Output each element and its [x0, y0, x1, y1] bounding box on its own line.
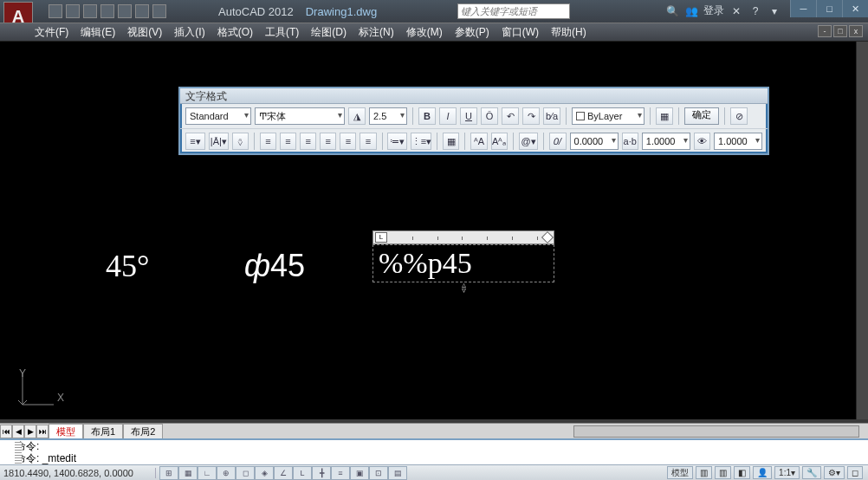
snap-button[interactable]: ⊞	[159, 466, 178, 480]
tracking-button[interactable]: a·b	[622, 133, 638, 150]
tab-first-button[interactable]: ⏮	[0, 425, 12, 438]
search-input[interactable]	[457, 3, 570, 19]
signin-icon[interactable]: 👥	[684, 4, 698, 18]
text-style-dropdown[interactable]: Standard	[185, 107, 251, 125]
oblique-button[interactable]: 0/	[549, 133, 566, 150]
symbol-button[interactable]: @▾	[519, 133, 539, 150]
command-line[interactable]: 命令: 命令: _mtedit	[0, 438, 868, 464]
qat-btn[interactable]	[135, 4, 149, 18]
bullets-button[interactable]: ≔▾	[387, 133, 407, 150]
scale-dropdown[interactable]: 1:1▾	[774, 466, 800, 479]
color-dropdown[interactable]: ByLayer	[572, 107, 645, 125]
menu-format[interactable]: 格式(O)	[217, 25, 253, 40]
tab-next-button[interactable]: ▶	[24, 425, 36, 438]
paragraph-button[interactable]: ⎀	[232, 133, 249, 150]
redo-button[interactable]: ↷	[522, 107, 540, 125]
doc-minimize-button[interactable]: -	[818, 25, 832, 37]
field-button[interactable]: ▦	[443, 133, 459, 150]
menu-view[interactable]: 视图(V)	[127, 25, 162, 40]
qp-button[interactable]: ⊡	[369, 466, 388, 480]
mtext-editor[interactable]: L %%p45 ▵▿	[372, 230, 554, 293]
underline-button[interactable]: U	[460, 107, 477, 125]
bold-button[interactable]: B	[418, 107, 436, 125]
menu-modify[interactable]: 修改(M)	[406, 25, 443, 40]
coordinates[interactable]: 1810.4490, 1400.6828, 0.0000	[0, 468, 156, 478]
doc-restore-button[interactable]: □	[833, 25, 847, 37]
menu-insert[interactable]: 插入(I)	[174, 25, 204, 40]
stack-button[interactable]: b⁄a	[543, 107, 560, 125]
close-button[interactable]: ✕	[842, 0, 868, 17]
qat-btn[interactable]	[100, 4, 114, 18]
tab-layout2[interactable]: 布局2	[123, 424, 163, 439]
widthfactor-button[interactable]: 👁	[694, 133, 710, 150]
cleanscreen-button[interactable]: ◻	[847, 466, 863, 479]
qat-btn[interactable]	[83, 4, 97, 18]
tab-marker[interactable]: L	[375, 232, 387, 243]
oblique-value[interactable]: 0.0000	[570, 133, 619, 150]
align-spread-button[interactable]: ≡	[360, 133, 376, 150]
sc-button[interactable]: ▤	[388, 466, 407, 480]
tab-prev-button[interactable]: ◀	[12, 425, 24, 438]
align-right-button[interactable]: ≡	[300, 133, 316, 150]
doc-close-button[interactable]: x	[849, 25, 863, 37]
tpy-button[interactable]: ▣	[350, 466, 369, 480]
ok-button[interactable]: 确定	[684, 107, 719, 125]
osnap-button[interactable]: ◻	[236, 466, 255, 480]
otrack-button[interactable]: ∠	[274, 466, 293, 480]
menu-dimension[interactable]: 标注(N)	[359, 25, 394, 40]
ortho-button[interactable]: ∟	[198, 466, 217, 480]
align-dist-button[interactable]: ≡	[340, 133, 356, 150]
tab-last-button[interactable]: ⏭	[36, 425, 49, 438]
menu-help[interactable]: 帮助(H)	[551, 25, 586, 40]
panel-title[interactable]: 文字格式	[180, 88, 768, 104]
qat-btn[interactable]	[66, 4, 80, 18]
columns-button[interactable]: ≡▾	[185, 133, 205, 150]
login-link[interactable]: 登录	[703, 3, 724, 18]
italic-button[interactable]: I	[439, 107, 457, 125]
grip-icon[interactable]	[15, 442, 22, 464]
menu-draw[interactable]: 绘图(D)	[311, 25, 347, 40]
tracking-value[interactable]: 1.0000	[642, 133, 690, 150]
lwt-button[interactable]: ≡	[331, 466, 350, 480]
menu-edit[interactable]: 编辑(E)	[81, 25, 115, 40]
height-handle[interactable]: ▵▿	[458, 282, 469, 293]
quickview-button[interactable]: ▥	[715, 466, 731, 479]
tab-layout1[interactable]: 布局1	[83, 424, 123, 439]
linespace-button[interactable]: ⋮≡▾	[411, 133, 431, 150]
dyn-button[interactable]: ╋	[312, 466, 331, 480]
font-dropdown[interactable]: Ͳ 宋体	[255, 107, 345, 125]
workspace-button[interactable]: ⚙▾	[824, 466, 845, 479]
search-icon[interactable]: 🔍	[665, 4, 679, 18]
annoscale-icon[interactable]: 👤	[753, 466, 772, 479]
drop-icon[interactable]: ▾	[768, 4, 781, 18]
menu-tools[interactable]: 工具(T)	[265, 25, 299, 40]
maximize-button[interactable]: □	[816, 0, 842, 17]
options-button[interactable]: ⊘	[730, 107, 748, 125]
qat-btn[interactable]	[118, 4, 132, 18]
3dosnap-button[interactable]: ◈	[255, 466, 274, 480]
mtext-ruler[interactable]: L	[372, 230, 554, 244]
qat-btn[interactable]	[49, 4, 62, 18]
text-format-toolbar[interactable]: 文字格式 Standard Ͳ 宋体 ◮ 2.5 B I U Ō ↶ ↷ b⁄a…	[178, 87, 769, 155]
menu-param[interactable]: 参数(P)	[455, 25, 489, 40]
status-layout-button[interactable]: ▥	[696, 466, 712, 479]
grid-button[interactable]: ▦	[178, 466, 198, 480]
ducs-button[interactable]: L	[293, 466, 312, 480]
widthfactor-value[interactable]: 1.0000	[714, 133, 762, 150]
ruler-button[interactable]: ▦	[656, 107, 673, 125]
mtext-justify-button[interactable]: |Ā|▾	[209, 133, 229, 150]
align-left-button[interactable]: ≡	[260, 133, 276, 150]
menu-file[interactable]: 文件(F)	[35, 25, 68, 40]
help-icon[interactable]: ?	[748, 4, 762, 18]
uppercase-button[interactable]: ᴬA	[470, 133, 487, 150]
vertical-scrollbar[interactable]	[856, 42, 868, 419]
text-size-dropdown[interactable]: 2.5	[369, 107, 407, 125]
align-center-button[interactable]: ≡	[280, 133, 296, 150]
annovis-button[interactable]: 🔧	[802, 466, 821, 479]
mtext-input[interactable]: %%p45	[372, 244, 554, 282]
align-justify-button[interactable]: ≡	[320, 133, 336, 150]
exchange-icon[interactable]: ✕	[729, 4, 743, 18]
tab-model[interactable]: 模型	[49, 424, 83, 439]
menu-window[interactable]: 窗口(W)	[502, 25, 539, 40]
lowercase-button[interactable]: Aᴬₐ	[491, 133, 508, 150]
